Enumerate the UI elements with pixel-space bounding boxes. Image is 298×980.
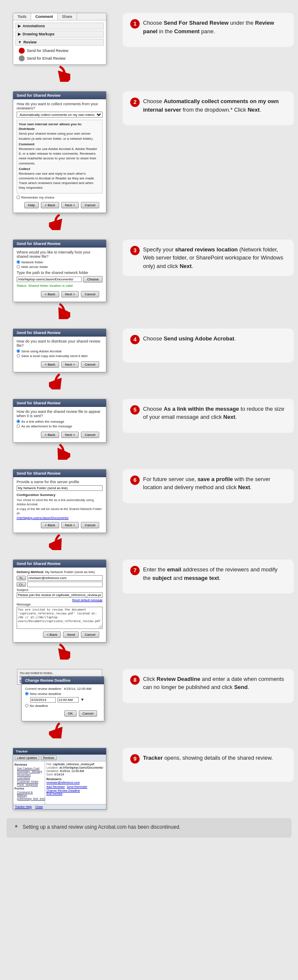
next-button-5[interactable]: Next > xyxy=(61,432,79,438)
back-button[interactable]: < Back xyxy=(41,202,59,208)
arrow-svg-5 xyxy=(49,444,70,460)
back-button-6[interactable]: < Back xyxy=(41,522,59,528)
tab-tools[interactable]: Tools xyxy=(13,13,31,20)
dialog-3-buttons: < Back Next > Cancel xyxy=(17,289,103,299)
step-2-screenshot: Send for Shared Review How do you want t… xyxy=(4,91,115,231)
main-container: Tools Comment Share ▶ Annotations ▶ Draw… xyxy=(0,0,298,850)
back-button-5[interactable]: < Back xyxy=(41,432,59,438)
config-summary: You chose to send the file as a link aut… xyxy=(17,498,103,521)
detail-deadline: Deadline: 4/15/14, 12:00 AM xyxy=(46,770,105,772)
dropdown-label: How do you want to collect comments from… xyxy=(17,102,103,110)
option-attachment[interactable]: As an attachment to the message xyxy=(17,424,103,428)
next-button[interactable]: Next > xyxy=(61,202,79,208)
section-review: ▼ Review xyxy=(15,39,104,46)
add-reviewer-link[interactable]: Add Reviewer xyxy=(46,785,65,788)
profile-input[interactable] xyxy=(17,485,103,491)
review-item-shared[interactable]: Send for Shared Review xyxy=(15,47,104,55)
end-review-link[interactable]: End Review xyxy=(46,792,105,795)
arrow-5 xyxy=(13,443,106,461)
back-button-7[interactable]: < Back xyxy=(43,631,61,638)
option-webserver[interactable]: Web server folder xyxy=(17,265,103,269)
ok-button-8[interactable]: OK xyxy=(64,710,77,717)
tri-icon3: ▼ xyxy=(18,40,22,44)
dialog-3: Send for Shared Review Where would you l… xyxy=(13,239,106,302)
tracker-item-3[interactable]: submitted xyxy=(14,777,43,780)
latest-updates-btn[interactable]: Latest Updates xyxy=(15,755,39,760)
link-question: How do you want the shared review file t… xyxy=(17,409,103,418)
tracker-close[interactable]: Close xyxy=(35,805,43,808)
next-button-3[interactable]: Next > xyxy=(61,291,79,297)
option-manual[interactable]: Save a local copy and manually send it l… xyxy=(17,354,103,358)
review-item-email[interactable]: Send for Email Review xyxy=(15,55,104,62)
arrow-4 xyxy=(13,372,106,390)
time-picker-icon[interactable]: ▼ xyxy=(80,698,84,702)
tracker-item-4[interactable]: Customer Order Form_response xyxy=(14,780,43,786)
cancel-button-7[interactable]: Cancel xyxy=(81,631,99,638)
back-button-4[interactable]: < Back xyxy=(41,361,59,368)
tracker-item-5[interactable]: Comment & Markup xyxy=(14,791,43,797)
send-reminder-link[interactable]: Send Reminder xyxy=(67,785,88,788)
option-network[interactable]: Network folder xyxy=(17,260,103,264)
dialog-2-body: How do you want to collect comments from… xyxy=(13,99,106,213)
to-input[interactable] xyxy=(27,575,103,581)
tab-comment[interactable]: Comment xyxy=(31,13,58,20)
asterisk: * xyxy=(15,824,17,832)
reviews-btn[interactable]: Reviews xyxy=(41,755,56,760)
cc-button[interactable]: Cc... xyxy=(17,582,26,587)
tracker-help[interactable]: Tracker Help xyxy=(15,805,32,808)
cancel-button-6[interactable]: Cancel xyxy=(81,522,99,528)
next-button-4[interactable]: Next > xyxy=(61,361,79,368)
dialog-8-buttons: OK Cancel xyxy=(25,709,100,718)
reviewers-label: Reviewers: xyxy=(46,778,62,781)
arrow-8 xyxy=(13,721,106,739)
browse-button[interactable]: Choose xyxy=(83,276,103,282)
back-button-3[interactable]: < Back xyxy=(41,291,59,297)
review-deadline-link[interactable]: Change Review Deadline xyxy=(46,789,105,792)
remember-input[interactable] xyxy=(17,196,20,199)
step-8-bubble: 8 Click Review Deadline and enter a date… xyxy=(123,669,294,703)
step-2-bubble: 2 Choose Automatically collect comments … xyxy=(123,91,294,125)
location-options: Network folder Web server folder xyxy=(17,260,103,269)
cc-input[interactable] xyxy=(27,582,103,587)
date-input[interactable] xyxy=(30,697,56,703)
dialog-7-buttons: < Back Send Cancel xyxy=(17,630,103,640)
dialog-7: Send for Shared Review Delivery Method: … xyxy=(13,559,106,642)
message-label: Message: xyxy=(17,602,103,606)
send-button-7[interactable]: Send xyxy=(63,631,79,638)
reset-link[interactable]: Reset default message xyxy=(72,599,103,602)
to-button[interactable]: To... xyxy=(17,576,26,580)
cancel-button[interactable]: Cancel xyxy=(81,202,99,208)
option-acrobat[interactable]: Send using Adobe Acrobat xyxy=(17,349,103,353)
step-num-6: 6 xyxy=(130,476,140,485)
cancel-button-8[interactable]: Cancel xyxy=(79,710,97,717)
tracker-item-6[interactable]: preliminary_test_encircled xyxy=(14,797,43,800)
message-textarea[interactable]: You are invited to review the document '… xyxy=(17,607,103,628)
reviewer-row: Reviewers: reviewer@reference.com xyxy=(46,777,105,784)
section-annotations: ▶ Annotations xyxy=(15,23,104,29)
tracker-action-buttons: Add Reviewer Send Reminder xyxy=(46,785,105,788)
cancel-button-3[interactable]: Cancel xyxy=(81,291,99,297)
cancel-button-5[interactable]: Cancel xyxy=(81,432,99,438)
cancel-button-4[interactable]: Cancel xyxy=(81,361,99,368)
path-input[interactable] xyxy=(17,277,82,282)
send-options: Send using Adobe Acrobat Save a local co… xyxy=(17,349,103,358)
dropdown-select[interactable]: Automatically collect comments on my own… xyxy=(17,112,103,118)
next-button-6[interactable]: Next > xyxy=(61,522,79,528)
dialog-6-buttons: < Back Next > Cancel xyxy=(17,520,103,530)
reviewer-email[interactable]: reviewer@reference.com xyxy=(46,781,105,784)
no-deadline-radio[interactable]: No deadline xyxy=(25,704,100,708)
remember-checkbox[interactable]: Remember my choice xyxy=(17,196,103,199)
new-deadline-radio[interactable]: New review deadline xyxy=(25,692,100,696)
option-link[interactable]: As a link within the message xyxy=(17,420,103,424)
tri-icon: ▶ xyxy=(18,24,21,28)
location-question: Where would you like to internally host … xyxy=(17,250,103,259)
step-9-bubble: 9 Tracker opens, showing details of the … xyxy=(123,748,294,782)
reset-row: Reset default message xyxy=(17,599,103,602)
time-input[interactable] xyxy=(57,697,79,703)
subject-input[interactable] xyxy=(17,592,103,598)
help-button[interactable]: Help xyxy=(24,202,39,208)
tracker-item-2[interactable]: November xyxy=(14,773,43,776)
tab-share[interactable]: Share xyxy=(58,13,77,20)
tracker-body: Reviews Get Carbon Cost Summary_January … xyxy=(13,761,106,804)
tracker-item-1[interactable]: Get Carbon Cost Summary_January xyxy=(14,767,43,773)
